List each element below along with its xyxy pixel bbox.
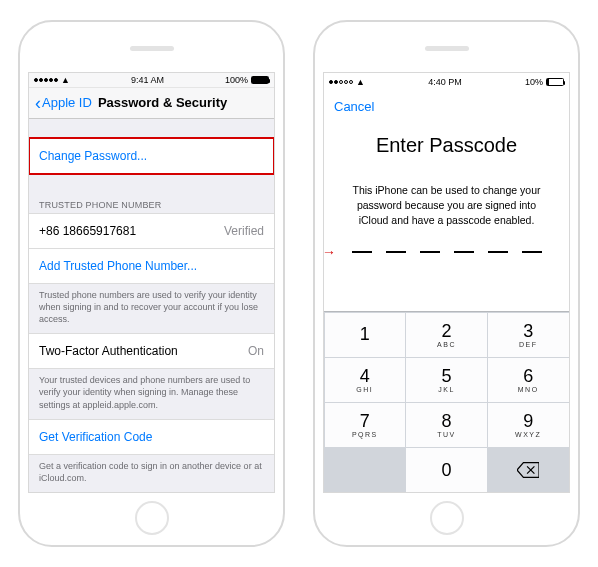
passcode-description: This iPhone can be used to change your p… <box>324 157 569 245</box>
two-factor-cell[interactable]: Two-Factor Authentication On <box>29 333 274 369</box>
status-bar: ▲ 4:40 PM 10% <box>324 73 569 90</box>
signal-indicator: ▲ <box>329 77 365 87</box>
cancel-button[interactable]: Cancel <box>334 99 374 114</box>
key-9[interactable]: 9WXYZ <box>488 403 569 447</box>
navbar: Cancel <box>324 90 569 122</box>
back-label: Apple ID <box>42 95 92 110</box>
key-2[interactable]: 2ABC <box>406 313 487 357</box>
passcode-field[interactable] <box>324 251 569 253</box>
backspace-icon <box>517 462 539 478</box>
battery-icon <box>546 78 564 86</box>
trusted-phone-cell[interactable]: +86 18665917681 Verified <box>29 213 274 249</box>
phone-number: +86 18665917681 <box>39 224 136 238</box>
phone-speaker <box>130 46 174 51</box>
back-button[interactable]: ‹ Apple ID <box>35 94 92 112</box>
keypad-row-2: 4GHI 5JKL 6MNO <box>324 357 569 402</box>
keypad-row-4: 0 <box>324 447 569 492</box>
battery-pct: 10% <box>525 77 543 87</box>
battery-pct: 100% <box>225 75 248 85</box>
signal-dots <box>329 80 353 84</box>
phone-left: ▲ 9:41 AM 100% ‹ Apple ID Password & Sec… <box>18 20 285 547</box>
key-blank <box>325 448 406 492</box>
get-code-cell[interactable]: Get Verification Code <box>29 419 274 455</box>
two-factor-value: On <box>248 344 264 358</box>
battery-indicator: 100% <box>225 75 269 85</box>
key-8[interactable]: 8TUV <box>406 403 487 447</box>
home-button[interactable] <box>135 501 169 535</box>
wifi-icon: ▲ <box>61 75 70 85</box>
battery-icon <box>251 76 269 84</box>
page-title: Password & Security <box>98 95 227 110</box>
signal-dots <box>34 78 58 82</box>
phone-right: ▲ 4:40 PM 10% Cancel Enter Passcode This… <box>313 20 580 547</box>
navbar: ‹ Apple ID Password & Security <box>29 88 274 118</box>
screen-right: ▲ 4:40 PM 10% Cancel Enter Passcode This… <box>323 72 570 493</box>
status-time: 9:41 AM <box>131 75 164 85</box>
status-time: 4:40 PM <box>428 77 462 87</box>
phone-speaker <box>425 46 469 51</box>
home-button[interactable] <box>430 501 464 535</box>
trusted-footer: Trusted phone numbers are used to verify… <box>29 284 274 333</box>
wifi-icon: ▲ <box>356 77 365 87</box>
change-password-cell[interactable]: Change Password... <box>29 138 274 174</box>
status-bar: ▲ 9:41 AM 100% <box>29 73 274 88</box>
chevron-left-icon: ‹ <box>35 94 41 112</box>
get-code-footer: Get a verification code to sign in on an… <box>29 455 274 492</box>
key-3[interactable]: 3DEF <box>488 313 569 357</box>
add-trusted-cell[interactable]: Add Trusted Phone Number... <box>29 249 274 284</box>
arrow-right-icon: → <box>323 244 336 260</box>
get-code-label: Get Verification Code <box>39 430 152 444</box>
key-4[interactable]: 4GHI <box>325 358 406 402</box>
signal-indicator: ▲ <box>34 75 70 85</box>
battery-indicator: 10% <box>525 77 564 87</box>
key-5[interactable]: 5JKL <box>406 358 487 402</box>
key-0[interactable]: 0 <box>406 448 487 492</box>
keypad-row-3: 7PQRS 8TUV 9WXYZ <box>324 402 569 447</box>
key-7[interactable]: 7PQRS <box>325 403 406 447</box>
passcode-input-row: → <box>324 251 569 253</box>
screen-left: ▲ 9:41 AM 100% ‹ Apple ID Password & Sec… <box>28 72 275 493</box>
key-delete[interactable] <box>488 448 569 492</box>
key-1[interactable]: 1 <box>325 313 406 357</box>
page-title: Enter Passcode <box>324 134 569 157</box>
keypad-row-1: 1 2ABC 3DEF <box>324 312 569 357</box>
numeric-keypad: 1 2ABC 3DEF 4GHI 5JKL 6MNO 7PQRS 8TUV 9W… <box>324 311 569 492</box>
phone-status: Verified <box>224 224 264 238</box>
two-factor-footer: Your trusted devices and phone numbers a… <box>29 369 274 418</box>
two-factor-label: Two-Factor Authentication <box>39 344 178 358</box>
key-6[interactable]: 6MNO <box>488 358 569 402</box>
add-trusted-label: Add Trusted Phone Number... <box>39 259 197 273</box>
change-password-label: Change Password... <box>39 149 147 163</box>
trusted-section-header: TRUSTED PHONE NUMBER <box>29 194 274 213</box>
